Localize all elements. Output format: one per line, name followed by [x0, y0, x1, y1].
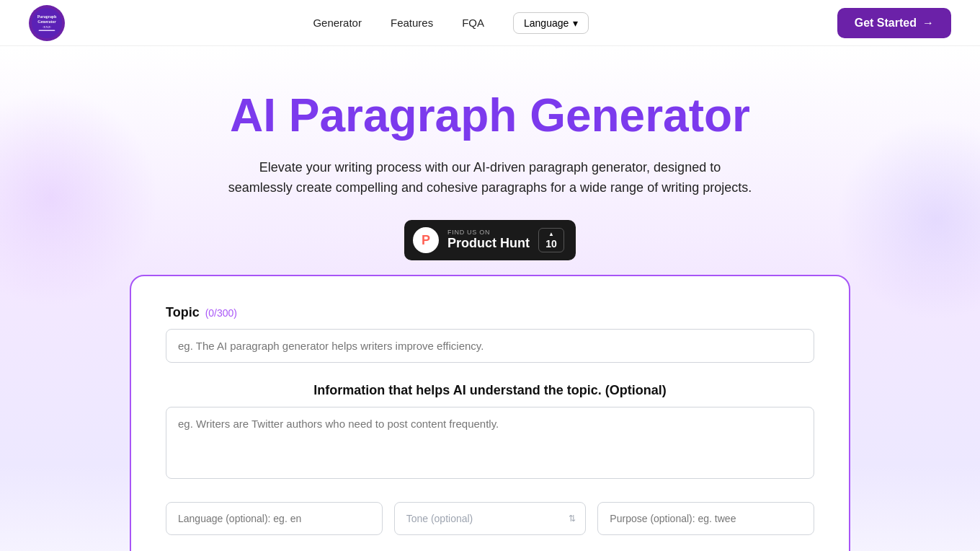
chevron-down-icon: ▾	[573, 17, 578, 29]
purpose-input[interactable]	[597, 502, 814, 535]
nav-generator[interactable]: Generator	[313, 17, 362, 29]
info-label: Information that helps AI understand the…	[166, 383, 814, 398]
navbar: Paragraph Generator ·XYZ· Generator Feat…	[0, 0, 980, 46]
upvote-triangle-icon: ▲	[548, 232, 554, 237]
nav-fqa[interactable]: FQA	[462, 17, 484, 29]
arrow-right-icon: →	[922, 17, 934, 30]
dropdowns-row: Tone (optional) Formal Casual Persuasive…	[166, 502, 814, 535]
svg-text:·XYZ·: ·XYZ·	[43, 25, 51, 28]
product-hunt-icon: P	[413, 227, 439, 253]
language-input[interactable]	[166, 502, 383, 535]
tone-dropdown-wrapper: Tone (optional) Formal Casual Persuasive…	[394, 502, 587, 535]
logo-badge: Paragraph Generator ·XYZ·	[29, 5, 65, 41]
svg-rect-4	[39, 30, 55, 30]
product-hunt-badge[interactable]: P FIND US ON Product Hunt ▲ 10	[404, 220, 576, 260]
info-textarea[interactable]	[166, 407, 814, 479]
hero-subtitle: Elevate your writing process with our AI…	[227, 157, 753, 199]
topic-input[interactable]	[166, 329, 814, 363]
svg-text:Generator: Generator	[37, 19, 56, 24]
topic-counter: (0/300)	[205, 307, 237, 319]
form-section: Topic (0/300) Information that helps AI …	[130, 275, 850, 551]
svg-text:Paragraph: Paragraph	[37, 14, 57, 19]
get-started-button[interactable]: Get Started →	[837, 8, 951, 38]
language-button[interactable]: Language ▾	[513, 12, 589, 34]
vote-count: 10	[545, 239, 557, 249]
product-hunt-name: Product Hunt	[447, 236, 530, 252]
hero-title: AI Paragraph Generator	[14, 89, 966, 143]
hero-section: AI Paragraph Generator Elevate your writ…	[0, 46, 980, 551]
nav-links: Generator Features FQA Language ▾	[313, 12, 589, 34]
find-us-label: FIND US ON	[447, 229, 490, 236]
logo[interactable]: Paragraph Generator ·XYZ·	[29, 5, 65, 41]
tone-select[interactable]: Tone (optional) Formal Casual Persuasive…	[394, 502, 587, 535]
topic-label: Topic (0/300)	[166, 305, 814, 320]
product-hunt-votes: ▲ 10	[538, 228, 564, 252]
product-hunt-text: FIND US ON Product Hunt	[447, 229, 530, 252]
nav-features[interactable]: Features	[391, 17, 433, 29]
